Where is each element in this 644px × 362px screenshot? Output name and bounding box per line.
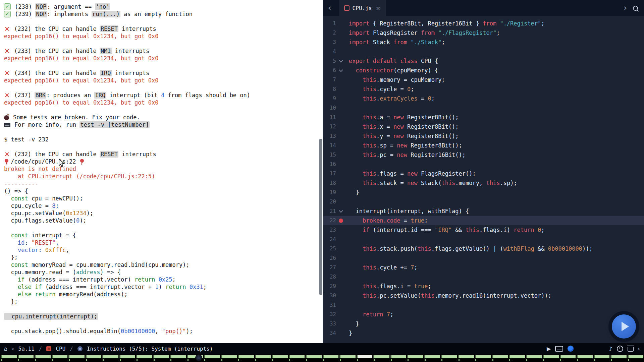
progress-segment[interactable] bbox=[509, 355, 525, 358]
progress-segment[interactable] bbox=[306, 355, 322, 358]
progress-segment[interactable] bbox=[204, 355, 220, 358]
progress-segment[interactable] bbox=[492, 355, 508, 358]
progress-segment[interactable] bbox=[594, 355, 610, 358]
editor-line[interactable]: 2import FlagsRegister from "./FlagsRegis… bbox=[323, 28, 644, 38]
progress-segment[interactable] bbox=[610, 355, 627, 358]
progress-segment[interactable] bbox=[136, 355, 152, 358]
fold-chevron-icon[interactable] bbox=[336, 66, 345, 75]
editor-line[interactable]: 25 this.stack.push(this.flags.getValue()… bbox=[323, 244, 644, 253]
progress-segment[interactable] bbox=[577, 355, 593, 358]
line-number[interactable]: 33 bbox=[323, 319, 336, 328]
editor-line[interactable]: 34} bbox=[323, 328, 644, 338]
line-number[interactable]: 13 bbox=[323, 131, 336, 141]
editor-line[interactable]: 27 this.cycle += 7; bbox=[323, 263, 644, 272]
editor-line[interactable]: 15 this.pc = new Register16Bit(); bbox=[323, 150, 644, 160]
progress-segment[interactable] bbox=[475, 355, 491, 358]
editor-line[interactable]: 24 bbox=[323, 235, 644, 244]
editor-line[interactable]: 7 this.memory = cpuMemory; bbox=[323, 75, 644, 84]
run-button[interactable] bbox=[612, 314, 636, 339]
progress-segment[interactable] bbox=[68, 355, 85, 358]
editor-line[interactable]: 13 this.y = new Register8Bit(); bbox=[323, 131, 644, 141]
progress-segment[interactable] bbox=[424, 355, 440, 358]
progress-segment[interactable] bbox=[441, 355, 457, 358]
search-icon[interactable] bbox=[633, 6, 638, 11]
line-number[interactable]: 32 bbox=[323, 310, 336, 319]
editor-line[interactable]: 12 this.x = new Register8Bit(); bbox=[323, 122, 644, 131]
progress-segment[interactable] bbox=[102, 355, 118, 358]
line-number[interactable]: 17 bbox=[323, 169, 336, 178]
progress-segment[interactable] bbox=[255, 355, 271, 358]
line-number[interactable]: 8 bbox=[323, 84, 336, 94]
line-number[interactable]: 10 bbox=[323, 103, 336, 113]
progress-segment[interactable] bbox=[339, 355, 356, 358]
editor-line[interactable]: 8 this.cycle = 0; bbox=[323, 84, 644, 94]
tabs-forward-button[interactable]: › bbox=[619, 3, 632, 13]
fold-chevron-icon[interactable] bbox=[336, 56, 345, 66]
line-number[interactable]: 21 bbox=[323, 206, 336, 216]
terminal-scrollbar-thumb[interactable] bbox=[319, 139, 322, 295]
breakpoint-dot[interactable] bbox=[336, 216, 345, 225]
editor-line[interactable]: 4 bbox=[323, 47, 644, 56]
status-orb-icon[interactable] bbox=[568, 346, 574, 352]
line-number[interactable]: 27 bbox=[323, 263, 336, 272]
line-number[interactable]: 12 bbox=[323, 122, 336, 131]
line-number[interactable]: 1 bbox=[323, 19, 336, 28]
progress-segment[interactable] bbox=[153, 355, 169, 358]
progress-segment[interactable] bbox=[272, 355, 288, 358]
editor-line[interactable]: 31 bbox=[323, 300, 644, 310]
editor-line[interactable]: 9 this.extraCycles = 0; bbox=[323, 94, 644, 103]
trash-icon[interactable] bbox=[628, 347, 634, 352]
editor-line[interactable]: 11 this.a = new Register8Bit(); bbox=[323, 113, 644, 122]
editor-line[interactable]: 17 this.flags = new FlagsRegister(); bbox=[323, 169, 644, 178]
progress-segment[interactable] bbox=[52, 355, 68, 358]
line-number[interactable]: 2 bbox=[323, 28, 336, 38]
progress-segment[interactable] bbox=[238, 355, 254, 358]
progress-segment[interactable] bbox=[1, 355, 17, 358]
line-number[interactable]: 11 bbox=[323, 113, 336, 122]
progress-segment[interactable] bbox=[373, 355, 389, 358]
lesson-number[interactable]: 5a.11 bbox=[18, 346, 35, 352]
line-number[interactable]: 18 bbox=[323, 178, 336, 188]
line-number[interactable]: 25 bbox=[323, 244, 336, 253]
editor-line[interactable]: 10 bbox=[323, 103, 644, 113]
line-number[interactable]: 22 bbox=[323, 216, 336, 225]
line-number[interactable]: 4 bbox=[323, 47, 336, 56]
line-number[interactable]: 26 bbox=[323, 253, 336, 263]
clock-icon[interactable] bbox=[617, 346, 623, 352]
editor-line[interactable]: 29 this.flags.i = true; bbox=[323, 282, 644, 291]
progress-segment[interactable] bbox=[289, 355, 305, 358]
line-number[interactable]: 19 bbox=[323, 188, 336, 197]
editor-line[interactable]: 19 } bbox=[323, 188, 644, 197]
music-note-icon[interactable]: ♪ bbox=[609, 346, 612, 352]
line-number[interactable]: 30 bbox=[323, 291, 336, 300]
editor-line[interactable]: 1import { Register8Bit, Register16Bit } … bbox=[323, 19, 644, 28]
editor-line[interactable]: 32 return 7; bbox=[323, 310, 644, 319]
editor-line[interactable]: 30 this.pc.setValue(this.memory.read16(i… bbox=[323, 291, 644, 300]
progress-segment[interactable] bbox=[18, 355, 34, 358]
progress-segment[interactable] bbox=[543, 355, 559, 358]
line-number[interactable]: 14 bbox=[323, 141, 336, 150]
progress-segment[interactable] bbox=[357, 355, 373, 358]
line-number[interactable]: 24 bbox=[323, 235, 336, 244]
line-number[interactable]: 15 bbox=[323, 150, 336, 160]
tabs-back-button[interactable]: ‹ bbox=[323, 3, 336, 13]
module-name[interactable]: CPU bbox=[56, 346, 65, 352]
progress-marker[interactable] bbox=[195, 354, 202, 361]
line-number[interactable]: 23 bbox=[323, 225, 336, 235]
line-number[interactable]: 9 bbox=[323, 94, 336, 103]
progress-segment[interactable] bbox=[390, 355, 407, 358]
progress-segment[interactable] bbox=[526, 355, 542, 358]
progress-segment[interactable] bbox=[35, 355, 51, 358]
editor-line[interactable]: 28 bbox=[323, 272, 644, 282]
line-number[interactable]: 5 bbox=[323, 56, 336, 66]
play-control-icon[interactable]: ▶ bbox=[547, 346, 551, 352]
editor-line[interactable]: 20 bbox=[323, 197, 644, 206]
editor-line[interactable]: 22 broken.code = true; bbox=[323, 216, 644, 225]
editor-line[interactable]: 16 bbox=[323, 160, 644, 169]
progress-segment[interactable] bbox=[407, 355, 423, 358]
editor-line[interactable]: 14 this.sp = new Register8Bit(); bbox=[323, 141, 644, 150]
line-number[interactable]: 7 bbox=[323, 75, 336, 84]
progress-segment[interactable] bbox=[628, 355, 644, 358]
line-number[interactable]: 28 bbox=[323, 272, 336, 282]
progress-segment[interactable] bbox=[458, 355, 474, 358]
